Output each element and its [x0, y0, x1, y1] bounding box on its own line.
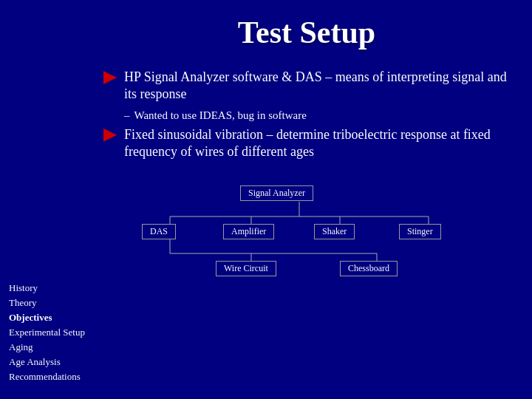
bullet-icon-1 [103, 71, 117, 84]
sidebar: History Theory Objectives Experimental S… [0, 0, 96, 399]
diagram-box-amplifier: Amplifier [223, 224, 274, 239]
bullet-text-1: HP Signal Analyzer software & DAS – mean… [124, 69, 510, 103]
bullet-icon-2 [103, 129, 117, 142]
content-area: Test Setup HP Signal Analyzer software &… [96, 0, 532, 399]
sidebar-item-experimental-setup[interactable]: Experimental Setup [6, 325, 90, 340]
diagram-lines [103, 185, 510, 304]
sidebar-item-theory[interactable]: Theory [6, 296, 90, 310]
sidebar-item-objectives[interactable]: Objectives [6, 310, 90, 325]
sidebar-item-recommendations[interactable]: Recommendations [6, 369, 90, 384]
sub-bullet-text-1: Wanted to use IDEAS, bug in software [134, 109, 307, 122]
sub-bullet-dash-1: – [124, 109, 130, 122]
bullet-item-2: Fixed sinusoidal vibration – determine t… [103, 126, 510, 161]
bullet-section: HP Signal Analyzer software & DAS – mean… [103, 69, 510, 167]
sidebar-item-age-analysis[interactable]: Age Analysis [6, 355, 90, 369]
bullet-item-1: HP Signal Analyzer software & DAS – mean… [103, 69, 510, 103]
diagram-box-das: DAS [142, 224, 176, 239]
sub-bullet-1: – Wanted to use IDEAS, bug in software [124, 109, 510, 122]
main-container: History Theory Objectives Experimental S… [0, 0, 532, 399]
diagram-box-shaker: Shaker [314, 224, 355, 239]
page-title: Test Setup [103, 15, 510, 50]
diagram-container: Signal Analyzer DAS Amplifier Shaker Sti… [103, 185, 510, 392]
sidebar-item-aging[interactable]: Aging [6, 340, 90, 355]
bullet-text-2: Fixed sinusoidal vibration – determine t… [124, 126, 510, 161]
sidebar-item-history[interactable]: History [6, 281, 90, 296]
diagram-box-stinger: Stinger [399, 224, 441, 239]
diagram-box-chessboard: Chessboard [340, 261, 398, 276]
diagram-box-wire-circuit: Wire Circuit [216, 261, 276, 276]
signal-analyzer-box: Signal Analyzer [240, 185, 313, 201]
diagram-inner: Signal Analyzer DAS Amplifier Shaker Sti… [103, 185, 510, 304]
